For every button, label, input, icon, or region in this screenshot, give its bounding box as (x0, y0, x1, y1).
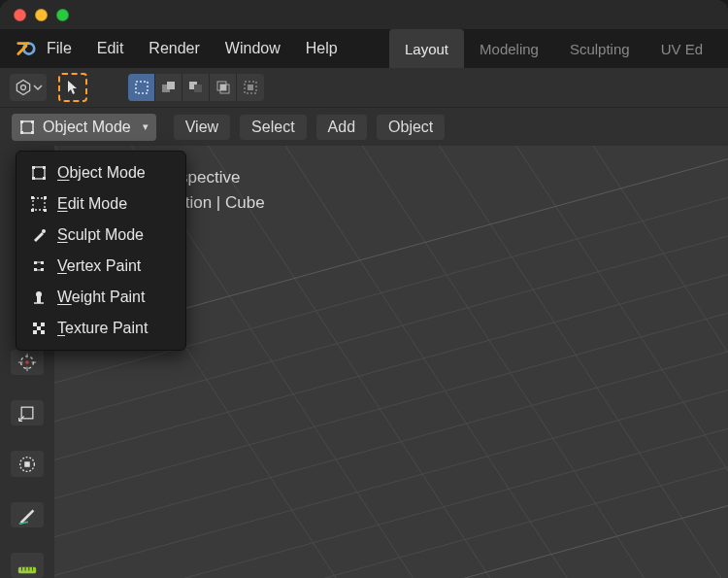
mode-menu-label: Texture Paint (57, 320, 148, 337)
menu-help[interactable]: Help (306, 40, 338, 57)
close-window-button[interactable] (14, 9, 26, 21)
svg-rect-59 (44, 209, 47, 212)
mode-menu-weight-paint[interactable]: Weight Paint (17, 282, 185, 313)
editor-type-selector[interactable] (10, 74, 47, 101)
minimize-window-button[interactable] (35, 9, 48, 21)
svg-rect-68 (37, 296, 41, 303)
sculpt-mode-icon (30, 226, 48, 244)
svg-rect-53 (32, 177, 35, 180)
tab-sculpting[interactable]: Sculpting (554, 29, 645, 68)
tool-annotate[interactable] (11, 502, 44, 527)
vertex-paint-icon (30, 257, 48, 275)
select-invert-icon[interactable] (237, 74, 264, 101)
svg-rect-73 (33, 330, 37, 334)
object-mode-icon (19, 119, 35, 135)
weight-paint-icon (30, 289, 48, 306)
svg-point-18 (25, 360, 29, 364)
edit-mode-icon (30, 195, 48, 213)
svg-rect-74 (41, 330, 45, 334)
mode-menu-texture-paint[interactable]: Texture Paint (17, 313, 185, 344)
mode-menu-edit[interactable]: Edit Mode (17, 188, 185, 220)
select-intersect-icon[interactable] (210, 74, 237, 101)
menu-select[interactable]: Select (240, 115, 306, 140)
svg-rect-51 (32, 166, 35, 169)
header-toolbar (0, 68, 728, 107)
svg-rect-71 (41, 323, 45, 326)
svg-point-60 (42, 229, 46, 233)
select-new-icon[interactable] (128, 74, 155, 101)
tab-uv[interactable]: UV Ed (645, 29, 718, 68)
mode-menu-label: Edit Mode (57, 195, 127, 213)
texture-paint-icon (30, 320, 48, 337)
select-subtract-icon[interactable] (182, 74, 210, 101)
svg-rect-15 (20, 131, 23, 134)
mode-menu-vertex-paint[interactable]: Vertex Paint (17, 251, 185, 282)
mode-menu-sculpt[interactable]: Sculpt Mode (17, 220, 185, 251)
mode-header-row: Object Mode ▾ View Select Add Object (0, 107, 728, 146)
tab-layout[interactable]: Layout (389, 29, 464, 68)
mode-menu-label: Weight Paint (57, 289, 145, 306)
blender-logo-icon[interactable] (16, 38, 37, 59)
svg-rect-26 (18, 567, 36, 573)
tool-cursor[interactable] (11, 350, 44, 375)
menu-object[interactable]: Object (377, 115, 445, 140)
svg-rect-54 (43, 177, 46, 180)
menu-view[interactable]: View (174, 115, 230, 140)
menu-edit[interactable]: Edit (97, 40, 124, 57)
svg-rect-2 (136, 82, 148, 93)
select-mode-group (128, 74, 264, 101)
menu-add[interactable]: Add (316, 115, 367, 140)
svg-rect-52 (43, 166, 46, 169)
svg-rect-58 (31, 209, 34, 212)
svg-rect-56 (31, 196, 34, 199)
tool-rotate[interactable] (11, 451, 44, 476)
svg-rect-16 (31, 131, 34, 134)
titlebar (0, 0, 728, 29)
maximize-window-button[interactable] (56, 9, 69, 21)
mode-menu-label: Sculpt Mode (57, 226, 144, 244)
svg-rect-70 (33, 323, 37, 326)
object-mode-icon (30, 164, 48, 182)
svg-rect-6 (194, 85, 202, 92)
svg-rect-72 (37, 326, 41, 330)
svg-rect-11 (248, 85, 253, 90)
menu-render[interactable]: Render (149, 40, 199, 57)
tool-measure[interactable] (11, 553, 44, 578)
menu-window[interactable]: Window (225, 40, 281, 57)
svg-rect-14 (31, 120, 34, 123)
mode-dropdown-label: Object Mode (43, 119, 131, 136)
mode-menu-label: Object Mode (57, 164, 146, 182)
select-box-tool[interactable] (58, 73, 87, 102)
svg-rect-9 (220, 85, 226, 90)
mode-menu-label: Vertex Paint (57, 257, 141, 275)
svg-point-1 (21, 85, 26, 90)
workspace-tabs: Layout Modeling Sculpting UV Ed (389, 29, 718, 68)
app-window: File Edit Render Window Help Layout Mode… (0, 0, 728, 578)
main-menu-bar: File Edit Render Window Help Layout Mode… (0, 29, 728, 68)
mode-menu-popup: Object Mode Edit Mode Sculpt Mode Vertex… (16, 151, 186, 351)
mode-menu-object[interactable]: Object Mode (17, 157, 185, 188)
svg-rect-13 (20, 120, 23, 123)
svg-rect-25 (24, 461, 30, 467)
svg-rect-57 (44, 196, 47, 199)
menu-file[interactable]: File (47, 40, 72, 57)
svg-rect-4 (167, 82, 175, 89)
chevron-down-icon: ▾ (143, 120, 149, 133)
tab-modeling[interactable]: Modeling (464, 29, 554, 68)
mode-dropdown[interactable]: Object Mode ▾ (12, 114, 156, 141)
svg-rect-55 (33, 198, 45, 210)
tool-move[interactable] (11, 400, 44, 425)
select-extend-icon[interactable] (155, 74, 182, 101)
